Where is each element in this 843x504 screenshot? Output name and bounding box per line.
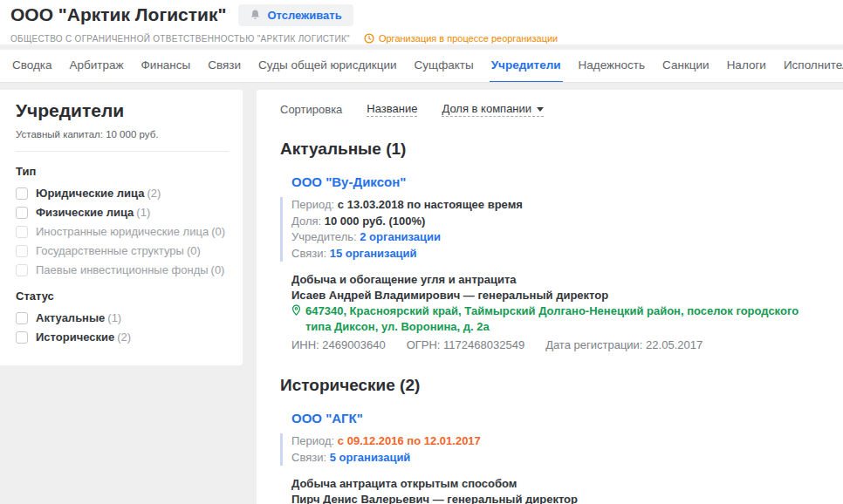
filter-legal-entities[interactable]: Юридические лица(2) xyxy=(16,187,229,200)
activity-line: Добыча антрацита открытым способом xyxy=(291,476,826,492)
entry-agk: ООО "АГК" Период: с 09.12.2016 по 12.01.… xyxy=(291,411,826,504)
section-historical-title: Исторические (2) xyxy=(280,376,826,395)
reg-date-value: Дата регистрации: 22.05.2017 xyxy=(545,337,702,353)
filter-foreign-legal-entities: Иностранные юридические лица(0) xyxy=(16,225,229,238)
filter-heading-type: Тип xyxy=(16,165,229,178)
tab-nadezhnost[interactable]: Надежность xyxy=(577,50,647,82)
registry-meta-row: ИНН: 2469003640 ОГРН: 1172468032549 Дата… xyxy=(291,337,826,353)
sort-by-name[interactable]: Название xyxy=(367,102,417,117)
founder-orgs-link[interactable]: 2 организации xyxy=(360,230,441,243)
entry-vu-dikson: ООО "Ву-Диксон" Период: с 13.03.2018 по … xyxy=(291,174,826,353)
company-info-block: Добыча антрацита открытым способом Пирч … xyxy=(291,476,826,504)
sidebar-title: Учредители xyxy=(16,100,229,121)
checkbox[interactable] xyxy=(16,187,28,200)
filter-individuals[interactable]: Физические лица(1) xyxy=(16,206,229,219)
caret-down-icon xyxy=(537,107,544,112)
filter-heading-status: Статус xyxy=(16,289,229,303)
sort-by-share[interactable]: Доля в компании xyxy=(442,102,544,117)
ogrn-value: ОГРН: 1172468032549 xyxy=(407,337,524,353)
section-actual-title: Актуальные (1) xyxy=(280,140,826,159)
relations-link[interactable]: 5 организаций xyxy=(330,451,411,464)
reorg-clock-icon xyxy=(364,33,374,44)
checkbox xyxy=(16,264,28,276)
founder-company-link[interactable]: ООО "АГК" xyxy=(291,411,363,426)
filter-investment-funds: Паевые инвестиционные фонды(0) xyxy=(16,263,229,276)
checkbox xyxy=(16,245,28,257)
follow-button-label: Отслеживать xyxy=(267,9,341,22)
relations-link[interactable]: 15 организаций xyxy=(330,247,417,260)
follow-button[interactable]: Отслеживать xyxy=(238,4,353,26)
company-full-name: ОБЩЕСТВО С ОГРАНИЧЕННОЙ ОТВЕТСТВЕННОСТЬЮ… xyxy=(10,34,350,44)
tab-finansy[interactable]: Финансы xyxy=(140,50,193,82)
content-area: Учредители Уставный капитал: 10 000 руб.… xyxy=(0,83,843,504)
period-block: Период: с 13.03.2018 по настоящее время … xyxy=(280,197,826,262)
tab-ispolnitelnye-proizvodstva[interactable]: Исполнительные производства xyxy=(782,50,843,82)
tab-suschfakty[interactable]: Сущфакты xyxy=(413,50,476,82)
director-line: Исаев Андрей Владимирович — генеральный … xyxy=(291,288,826,303)
tab-bar: Сводка Арбитраж Финансы Связи Суды общей… xyxy=(0,50,843,83)
charter-capital: Уставный капитал: 10 000 руб. xyxy=(16,129,229,152)
period-block: Период: с 09.12.2016 по 12.01.2017 Связи… xyxy=(280,433,826,466)
director-line: Пирч Денис Валерьевич — генеральный дире… xyxy=(291,492,826,504)
reorg-status-label: Организация в процессе реорганизации xyxy=(379,33,558,44)
filters-sidebar: Учредители Уставный капитал: 10 000 руб.… xyxy=(0,90,243,365)
tab-sudy-obschey-yurisdikcii[interactable]: Суды общей юрисдикции xyxy=(257,50,398,82)
tab-arbitrazh[interactable]: Арбитраж xyxy=(68,50,126,82)
company-info-block: Добыча и обогащение угля и антрацита Иса… xyxy=(291,272,826,353)
period-value: с 13.03.2018 по настоящее время xyxy=(338,198,523,211)
sort-label: Сортировка xyxy=(280,103,342,116)
filter-historical[interactable]: Исторические(2) xyxy=(16,330,229,344)
sort-row: Сортировка Название Доля в компании xyxy=(280,102,826,117)
checkbox xyxy=(16,226,28,238)
inn-value: ИНН: 2469003640 xyxy=(291,337,386,353)
reorg-status-badge: Организация в процессе реорганизации xyxy=(364,33,558,44)
tab-nalogi[interactable]: Налоги xyxy=(725,50,768,82)
tab-uchrediteli[interactable]: Учредители xyxy=(490,50,563,83)
activity-line: Добыча и обогащение угля и антрацита xyxy=(291,272,826,288)
founders-panel: Сортировка Название Доля в компании Акту… xyxy=(257,90,843,504)
address-line: 647340, Красноярский край, Таймырский До… xyxy=(291,303,826,335)
period-value: с 09.12.2016 по 12.01.2017 xyxy=(338,434,481,447)
checkbox[interactable] xyxy=(16,331,28,344)
checkbox[interactable] xyxy=(16,207,28,219)
company-title: ООО "Арктик Логистик" xyxy=(10,4,226,25)
filter-actual[interactable]: Актуальные(1) xyxy=(16,311,229,324)
page-header: ООО "Арктик Логистик" Отслеживать ОБЩЕСТ… xyxy=(0,0,843,44)
tab-svyazi[interactable]: Связи xyxy=(206,50,243,82)
bell-icon xyxy=(250,9,261,21)
checkbox[interactable] xyxy=(16,312,28,324)
filter-state-structures: Государственные структуры(0) xyxy=(16,244,229,257)
founder-company-link[interactable]: ООО "Ву-Диксон" xyxy=(291,174,406,189)
tab-svodka[interactable]: Сводка xyxy=(10,50,54,82)
location-pin-icon xyxy=(291,304,301,316)
tab-sankcii[interactable]: Санкции xyxy=(661,50,711,82)
share-value: 10 000 руб. (100%) xyxy=(325,215,426,228)
